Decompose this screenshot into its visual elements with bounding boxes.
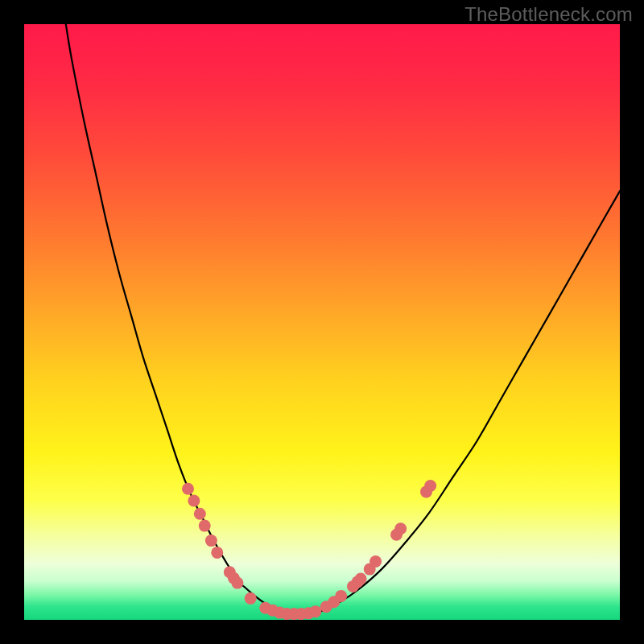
marker-dot (188, 495, 200, 507)
marker-dot (211, 547, 223, 559)
marker-dot (369, 555, 382, 568)
plot-area (24, 24, 620, 620)
marker-dot (394, 522, 407, 535)
marker-dot (231, 577, 243, 589)
marker-dot (335, 590, 347, 602)
chart-frame: TheBottleneck.com (0, 0, 644, 644)
curve-line (66, 24, 620, 616)
bottleneck-curve (24, 24, 620, 620)
marker-dot (245, 592, 257, 605)
marker-dot (355, 572, 367, 584)
marker-dot (194, 508, 206, 520)
marker-dot (424, 480, 436, 492)
marker-dot (205, 535, 217, 547)
marker-dot (199, 520, 211, 532)
watermark-text: TheBottleneck.com (464, 3, 633, 26)
marker-dot (309, 605, 321, 617)
marker-dot (182, 483, 194, 495)
